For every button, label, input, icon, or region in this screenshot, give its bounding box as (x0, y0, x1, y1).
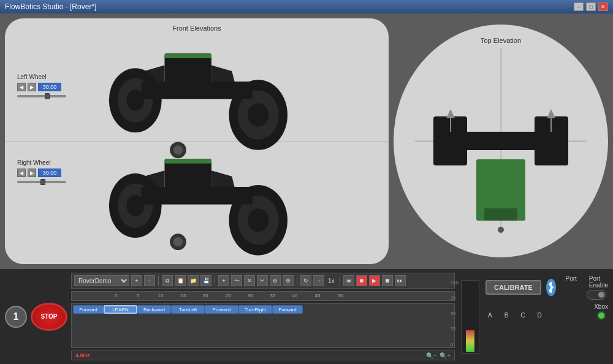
port-c-label: C (520, 312, 525, 319)
port-d-label: D (538, 312, 542, 319)
port-enable-toggle[interactable] (587, 290, 606, 300)
timeline-area: RoverDemo + − ⧉ 📋 📁 💾 + 〜 ✕ ✂ ⊕ ⚙ ↻ → 1x (71, 273, 455, 360)
meter-scale: 100 75 50 25 0 (451, 280, 459, 347)
top-elevation-panel: Top Elevation (394, 25, 608, 257)
xbox-label: Xbox (594, 303, 608, 310)
visualization-area: Front Elevations Left Wheel ◀ ▶ 30.00 Ri… (0, 13, 613, 269)
xbox-section: Xbox (594, 303, 608, 319)
block-turnright[interactable]: TurnRight (238, 305, 272, 314)
stop-button[interactable]: STOP (31, 303, 67, 331)
tl-save-button[interactable]: 💾 (200, 275, 211, 286)
tl-add2-button[interactable]: + (218, 275, 229, 286)
tl-folder-button[interactable]: 📁 (188, 275, 199, 286)
tl-copy-button[interactable]: ⧉ (162, 275, 173, 286)
ruler-5: 5 (137, 293, 139, 298)
svg-marker-16 (211, 170, 235, 188)
port-section: Port Port Enable (566, 275, 608, 300)
tl-sep4 (340, 276, 340, 286)
stop-label: STOP (40, 313, 57, 320)
block-forward1[interactable]: Forward (73, 305, 104, 314)
ruler-40: 40 (292, 293, 298, 298)
ruler-0: 0 (115, 293, 117, 298)
ruler-15: 15 (181, 293, 186, 298)
close-button[interactable]: ✕ (598, 2, 608, 11)
ruler-20: 20 (203, 293, 208, 298)
meter-25: 25 (451, 326, 459, 332)
tl-paste-button[interactable]: 📋 (175, 275, 186, 286)
svg-rect-23 (141, 187, 252, 205)
svg-point-33 (498, 227, 504, 233)
tl-add-button[interactable]: + (131, 275, 142, 286)
tl-minus-button[interactable]: − (144, 275, 155, 286)
svg-point-25 (173, 237, 183, 246)
sequence-dropdown[interactable]: RoverDemo (74, 275, 129, 286)
tl-end-button[interactable]: ⏭ (395, 275, 406, 286)
block-forward2[interactable]: Forward (205, 305, 238, 314)
svg-rect-10 (141, 82, 252, 99)
meter-fill (466, 330, 474, 351)
port-label: Port (566, 275, 577, 289)
svg-rect-1 (164, 53, 211, 58)
port-header-row: Port Port Enable (566, 275, 608, 289)
tl-play-button[interactable]: ▶ (369, 275, 380, 286)
abcd-row: A B C D Xbox (485, 303, 608, 319)
footer-zoom-out[interactable]: 🔍− (426, 352, 437, 359)
tl-cut-button[interactable]: ✂ (257, 275, 268, 286)
titlebar-buttons: ─ □ ✕ (574, 2, 608, 11)
bottom-panel: 1 STOP RoverDemo + − ⧉ 📋 📁 💾 + 〜 (0, 269, 613, 364)
tl-record-button[interactable]: ⏺ (356, 275, 367, 286)
port-a-label: A (488, 312, 492, 319)
timeline-ruler: 0 5 10 15 20 25 30 35 40 45 50 (71, 291, 455, 301)
tl-copy2-button[interactable]: ⊕ (270, 275, 281, 286)
svg-marker-34 (446, 109, 455, 118)
block-backward[interactable]: Backward (137, 305, 171, 314)
top-elevation-svg (394, 25, 608, 257)
track-row-main: Forward LEARN Backward TurnLeft Forward … (72, 304, 454, 347)
xbox-led (598, 313, 604, 319)
svg-point-22 (248, 208, 268, 232)
app-title: FlowBotics Studio - [Rover*] (5, 2, 96, 11)
footer-freq-label: 4.0Hz (75, 352, 90, 358)
tl-arrow-button[interactable]: → (313, 275, 324, 286)
tl-start-button[interactable]: ⏮ (343, 275, 354, 286)
calibrate-button[interactable]: CALIBRATE (485, 280, 541, 295)
tl-loop-button[interactable]: ↻ (300, 275, 311, 286)
svg-rect-14 (164, 159, 211, 164)
svg-point-12 (173, 145, 183, 154)
tl-stop2-button[interactable]: ⏹ (382, 275, 393, 286)
tl-sep1 (158, 276, 159, 286)
app-container: Front Elevations Left Wheel ◀ ▶ 30.00 Ri… (0, 13, 613, 364)
footer-zoom-in[interactable]: 🔍+ (440, 352, 451, 359)
right-controls: CALIBRATE Port Port Enable (485, 273, 608, 360)
tl-sep3 (297, 276, 297, 286)
tl-delete-button[interactable]: ✕ (244, 275, 255, 286)
block-turnleft[interactable]: TurnLeft (171, 305, 205, 314)
ruler-30: 30 (248, 293, 253, 298)
ruler-35: 35 (270, 293, 276, 298)
port-enable-label: Port Enable (589, 275, 608, 289)
tl-settings-button[interactable]: ⚙ (283, 275, 294, 286)
meter-50: 50 (451, 311, 459, 316)
svg-rect-30 (466, 132, 536, 150)
tl-wave-button[interactable]: 〜 (231, 275, 242, 286)
ruler-45: 45 (315, 293, 321, 298)
ruler-25: 25 (226, 293, 231, 298)
timeline-tracks: Forward LEARN Backward TurnLeft Forward … (71, 303, 455, 348)
meter-100: 100 (451, 280, 459, 286)
bluetooth-button[interactable] (546, 279, 556, 296)
maximize-button[interactable]: □ (586, 2, 596, 11)
svg-point-9 (248, 103, 268, 126)
front-elevation-svg (5, 18, 389, 264)
svg-marker-36 (547, 109, 555, 118)
svg-marker-3 (211, 65, 235, 83)
level-meter-container: 100 75 50 25 0 (461, 280, 479, 354)
meter-0: 0 (451, 342, 459, 347)
front-elevation-panel: Front Elevations Left Wheel ◀ ▶ 30.00 Ri… (5, 18, 389, 264)
svg-rect-32 (484, 208, 517, 221)
meter-bar (463, 282, 478, 352)
block-forward3[interactable]: Forward (272, 305, 303, 314)
minimize-button[interactable]: ─ (574, 2, 584, 11)
meter-75: 75 (451, 295, 459, 301)
block-learn[interactable]: LEARN (104, 305, 137, 314)
ruler-50: 50 (338, 293, 343, 298)
